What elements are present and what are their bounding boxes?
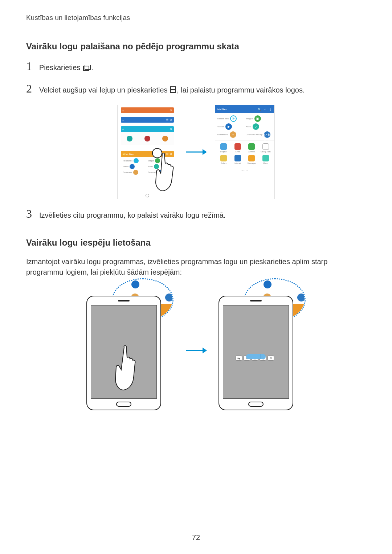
illustration-multiwindow-toolbar: Documents Downloaded ≡ ⇆ ⧉ ⊡ ⛶ ✕	[215, 291, 309, 410]
file-label: Videos	[123, 165, 128, 168]
app-label: Gallery	[221, 162, 226, 164]
recent-card-2: ∎⊟✕	[121, 117, 174, 123]
step1-suffix: .	[92, 63, 94, 71]
picker-cell-label: Videos	[217, 126, 224, 128]
figure-recent-apps-to-multiwindow: ∎✕ ∎⊟✕ ⚙✕ 📁 My Files⊟✕ Recent files Im	[26, 105, 366, 199]
heading-launch-multiwindow: Vairāku logu palaišana no pēdējo program…	[26, 41, 366, 52]
step-3: 3 Izvēlieties citu programmu, ko palaist…	[26, 208, 366, 220]
music-icon	[262, 155, 269, 161]
step-1: 1 Pieskarieties .	[26, 60, 366, 73]
illustration-tap-handle: Documents Downloaded ≡ Tap to add priori…	[83, 291, 177, 410]
app-label: Music	[263, 162, 268, 164]
picker-cell-label: Recent files	[217, 118, 229, 120]
step-text: Pieskarieties .	[39, 62, 94, 73]
card4-title: My Files	[126, 153, 134, 155]
hand-pointer-icon	[114, 345, 139, 394]
phone-speaker-icon	[250, 300, 262, 301]
recent-card-3: ⚙✕	[121, 126, 174, 145]
internet-icon	[234, 155, 241, 161]
hand-pointer-icon	[154, 152, 176, 194]
more-icon: ⋮	[269, 108, 272, 111]
file-label: Audio	[148, 165, 153, 168]
picker-cell-label: Audio	[246, 126, 251, 128]
swap-windows-icon: ⇆	[236, 356, 242, 361]
evernote-icon	[248, 143, 255, 150]
pager-dots-icon: • ○ ○	[215, 167, 274, 172]
picker-header: My Files 🔍 ⌂ ⋮	[215, 105, 274, 113]
figure-multiwindow-options: Documents Downloaded ≡ Tap to add priori…	[26, 291, 366, 410]
svg-rect-0	[83, 66, 89, 70]
dropbox-icon	[220, 143, 227, 150]
step-number: 3	[26, 208, 36, 219]
download-icon	[297, 294, 305, 301]
paragraph-multiwindow-options: Izmantojot vairāku logu programmas, izvē…	[26, 257, 366, 278]
illustration-multiwindow-picker: My Files 🔍 ⌂ ⋮ Recent files⟳ Images▣ Vid…	[215, 105, 274, 199]
home-indicator-icon	[146, 194, 149, 197]
file-label: Documents	[123, 171, 132, 173]
picker-cell-label: Download history	[246, 134, 262, 136]
page-number: 72	[0, 533, 392, 542]
app-label: Email	[235, 151, 240, 153]
step-text: Velciet augšup vai lejup un pieskarietie…	[39, 85, 305, 96]
step2-text-b: , lai palaistu programmu vairākos logos.	[177, 86, 305, 94]
file-label: Images	[148, 160, 154, 162]
phone-home-button-icon	[248, 402, 264, 407]
arrow-right-icon	[185, 346, 207, 355]
app-label: Dropbox	[220, 151, 227, 153]
videos-icon	[264, 280, 271, 288]
app-label: Evernote	[248, 151, 255, 153]
phone-screen: ⇆ ⧉ ⊡ ⛶ ✕	[223, 305, 289, 399]
step-2: 2 Velciet augšup vai lejup un pieskariet…	[26, 83, 366, 96]
picker-title: My Files	[217, 108, 227, 111]
page-content: Kustības un lietojamības funkcijas Vairā…	[0, 0, 392, 410]
step3-text: Izvēlieties citu programmu, ko palaist v…	[39, 210, 226, 220]
galaxy-apps-icon	[262, 143, 269, 150]
phone-home-button-icon	[116, 402, 131, 407]
recent-apps-icon	[83, 63, 91, 73]
svg-rect-3	[171, 90, 176, 93]
illustration-recent-apps-phone: ∎✕ ∎⊟✕ ⚙✕ 📁 My Files⊟✕ Recent files Im	[118, 105, 177, 199]
file-label: Recent files	[123, 160, 132, 162]
email-icon	[234, 143, 241, 150]
page-edge-tab	[13, 0, 20, 10]
recent-card-1: ∎✕	[121, 107, 174, 113]
videos-icon	[131, 280, 139, 288]
gallery-icon	[220, 155, 227, 161]
multiwindow-split-icon	[170, 85, 176, 95]
picker-cell-label: Images	[246, 118, 253, 120]
picker-cell-label: Documents	[217, 134, 228, 136]
app-label: Internet	[234, 162, 241, 164]
step1-text: Pieskarieties	[39, 63, 80, 71]
multiwindow-divider-handle-icon	[246, 354, 266, 359]
home-icon: ⌂	[264, 108, 266, 111]
search-icon: 🔍	[258, 108, 261, 111]
step-number: 2	[26, 83, 36, 94]
heading-using-multiwindow-options: Vairāku logu iespēju lietošana	[26, 238, 366, 248]
svg-rect-1	[85, 65, 90, 69]
download-icon	[165, 294, 173, 301]
messages-icon	[248, 155, 255, 161]
step-number: 1	[26, 60, 36, 72]
running-header: Kustības un lietojamības funkcijas	[26, 14, 366, 22]
svg-rect-2	[171, 87, 176, 89]
close-icon: ✕	[268, 356, 274, 361]
phone-speaker-icon	[118, 300, 130, 301]
app-label: Messages	[248, 162, 256, 164]
step2-text-a: Velciet augšup vai lejup un pieskarietie…	[39, 86, 168, 94]
arrow-right-icon	[185, 148, 207, 156]
app-label: Galaxy Apps	[261, 151, 271, 153]
svg-marker-7	[203, 348, 207, 353]
svg-marker-5	[203, 149, 207, 155]
